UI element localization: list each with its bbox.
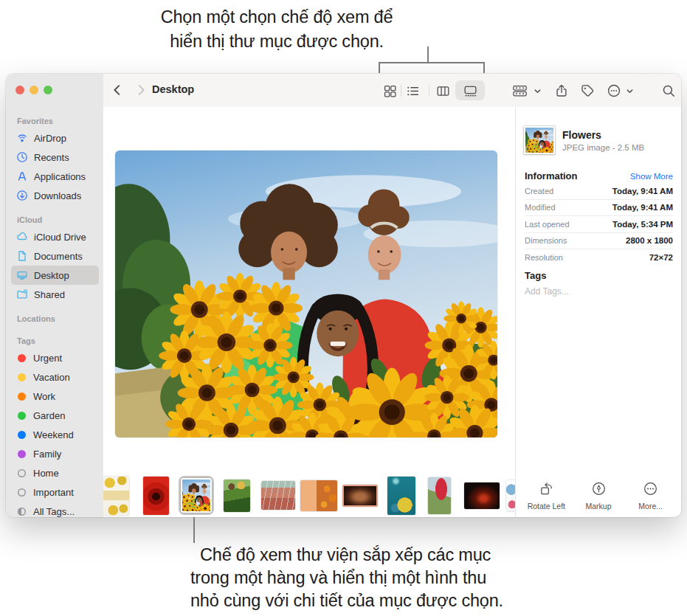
more-options-chevron-icon[interactable] <box>624 86 635 96</box>
sidebar-row-label: AirDrop <box>34 133 66 144</box>
window-title: Desktop <box>152 83 194 95</box>
sidebar-row[interactable]: Desktop <box>11 266 99 285</box>
sidebar-row[interactable]: Home <box>11 463 99 482</box>
callout-bracket <box>379 62 485 73</box>
sidebar-row[interactable]: Garden <box>11 406 99 425</box>
group-by-chevron-icon[interactable] <box>532 86 542 96</box>
sidebar-row[interactable]: Documents <box>11 246 99 266</box>
action-label: Markup <box>586 502 612 511</box>
thumbnail-image <box>224 480 250 512</box>
sidebar-row[interactable]: Weekend <box>11 425 99 444</box>
annotation-top-line2: hiển thị thư mục được chọn. <box>107 30 446 54</box>
sidebar-row[interactable]: Vacation <box>11 367 99 387</box>
gallery-thumbnail[interactable] <box>143 477 169 515</box>
thumbnail-image <box>181 478 212 513</box>
thumbnail-image <box>428 477 451 514</box>
gallery-view-icon <box>463 84 477 98</box>
thumbnail-image <box>300 480 337 511</box>
info-value: Today, 9:41 AM <box>612 203 673 212</box>
sidebar-row[interactable]: Recents <box>11 148 99 167</box>
action-button[interactable]: Rotate Left <box>520 481 573 511</box>
tag-icon <box>580 83 595 98</box>
sidebar-row[interactable]: Downloads <box>11 186 99 205</box>
sidebar-row[interactable]: Urgent <box>11 348 99 367</box>
sidebar-row-label: Shared <box>34 289 65 300</box>
share-button[interactable] <box>552 81 571 100</box>
sidebar-row[interactable]: All Tags... <box>11 502 99 521</box>
gallery-thumbnail[interactable] <box>179 476 214 515</box>
info-row: Last opened Today, 5:34 PM <box>525 216 673 233</box>
back-chevron-icon[interactable] <box>109 82 125 98</box>
sidebar-row-label: Tags <box>17 336 35 345</box>
recents-icon <box>15 151 29 163</box>
sidebar-row-label: All Tags... <box>33 506 75 517</box>
gallery-thumbnail[interactable] <box>224 480 250 512</box>
sidebar-row[interactable]: Tags <box>11 333 99 348</box>
sidebar-row[interactable]: Locations <box>11 311 99 326</box>
sidebar-row-label: iCloud Drive <box>34 232 86 243</box>
sidebar-row[interactable]: Important <box>11 482 99 502</box>
more-options-button[interactable] <box>604 81 624 100</box>
sidebar-row-label: Documents <box>34 251 83 262</box>
preview-thumbnail[interactable] <box>524 126 555 154</box>
more-icon <box>643 481 658 499</box>
information-header-row: Information Show More <box>525 170 673 181</box>
minimize-window-button[interactable] <box>30 86 38 94</box>
gallery-thumbnail[interactable] <box>387 477 415 515</box>
annotation-bottom: Chế độ xem thư viện sắp xếp các mục tron… <box>190 544 618 612</box>
gallery-thumbnail[interactable] <box>428 477 451 514</box>
markup-icon <box>591 481 607 499</box>
sidebar-row-label: Weekend <box>33 429 74 440</box>
info-label: Dimensions <box>525 236 567 245</box>
close-window-button[interactable] <box>15 86 24 94</box>
gallery-thumbnail[interactable] <box>103 477 129 516</box>
annotation-top: Chọn một chọn chế độ xem để hiển thị thư… <box>107 5 446 54</box>
action-button[interactable]: More... <box>624 481 677 511</box>
sidebar-row-label: iCloud <box>17 215 42 224</box>
info-label: Resolution <box>525 253 563 262</box>
tag-color-dot <box>18 431 26 439</box>
show-more-link[interactable]: Show More <box>630 172 673 181</box>
sidebar-rows: Favorites AirDrop Recents <box>11 106 99 521</box>
rotate-left-icon <box>539 481 554 499</box>
callout-stem-bottom <box>193 517 195 543</box>
gallery-thumbnail[interactable] <box>261 481 295 510</box>
selected-file-preview[interactable] <box>115 150 497 437</box>
forward-chevron-icon[interactable] <box>133 82 149 98</box>
sidebar-row[interactable]: Applications <box>11 167 99 186</box>
search-button[interactable] <box>659 81 678 100</box>
main-content <box>103 107 515 517</box>
info-row: Resolution 72×72 <box>525 249 673 266</box>
page: Chọn một chọn chế độ xem để hiển thị thư… <box>0 0 687 616</box>
sidebar-row[interactable]: Work <box>11 387 99 406</box>
sidebar-row-label: Garden <box>33 410 65 421</box>
sidebar-row-label: Favorites <box>17 117 53 125</box>
gallery-strip <box>103 472 515 517</box>
toolbar-separator <box>429 85 429 97</box>
add-tags-field[interactable]: Add Tags... <box>525 286 569 297</box>
info-value: 2800 x 1800 <box>626 236 673 245</box>
group-by-button[interactable] <box>511 82 530 100</box>
icons-view-button[interactable] <box>381 82 398 100</box>
gallery-thumbnail[interactable] <box>464 482 500 509</box>
sidebar-row[interactable]: Favorites <box>11 114 99 128</box>
sidebar-row[interactable]: Family <box>11 444 99 463</box>
sidebar-row-label: Locations <box>17 314 55 323</box>
sidebar-row[interactable]: AirDrop <box>11 128 99 148</box>
gallery-thumbnail[interactable] <box>300 480 337 511</box>
sidebar-row-label: Recents <box>34 152 69 163</box>
sidebar-row[interactable]: Shared <box>11 285 99 304</box>
sidebar-row[interactable]: iCloud <box>11 212 99 227</box>
info-row: Created Today, 9:41 AM <box>525 183 673 200</box>
zoom-window-button[interactable] <box>44 86 52 94</box>
gallery-thumbnail[interactable] <box>506 480 515 511</box>
tags-button[interactable] <box>578 81 597 100</box>
action-button[interactable]: Markup <box>573 481 625 511</box>
columns-view-button[interactable] <box>434 82 452 100</box>
gallery-view-button[interactable] <box>461 82 479 100</box>
share-icon <box>554 83 569 98</box>
list-view-button[interactable] <box>404 82 421 100</box>
sidebar-row[interactable]: iCloud Drive <box>11 227 99 246</box>
gallery-thumbnail[interactable] <box>342 485 378 507</box>
window-controls <box>15 86 52 94</box>
